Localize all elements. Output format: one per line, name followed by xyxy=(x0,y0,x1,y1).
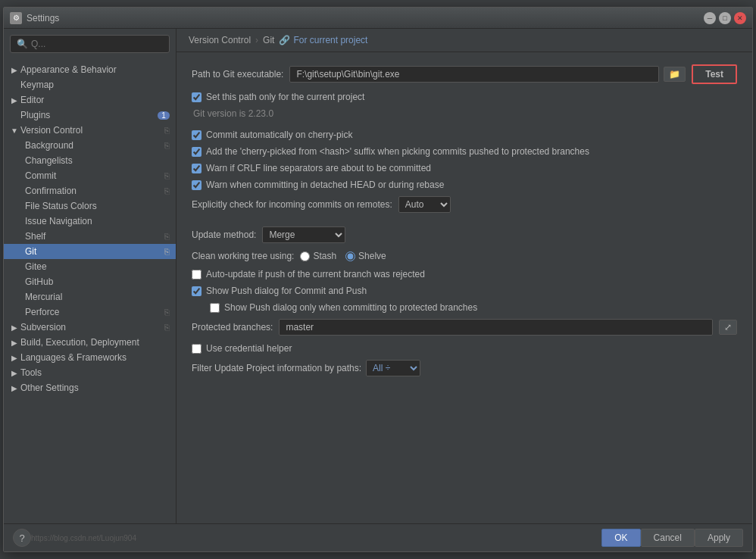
sidebar-item-label: Plugins xyxy=(20,110,50,120)
path-input[interactable] xyxy=(289,66,659,83)
incoming-commits-label: Explicitly check for incoming commits on… xyxy=(192,199,392,210)
protected-branches-input[interactable] xyxy=(279,319,713,336)
sidebar-item-label: Appearance & Behavior xyxy=(20,64,117,75)
path-label: Path to Git executable: xyxy=(192,69,283,80)
arrow-icon: ▶ xyxy=(10,353,19,362)
sidebar-item-mercurial[interactable]: Mercurial xyxy=(4,289,176,304)
search-input[interactable] xyxy=(31,39,163,49)
ok-button[interactable]: OK xyxy=(601,529,640,547)
checkbox-show-push-label: Show Push dialog for Commit and Push xyxy=(206,286,367,296)
sidebar-item-build[interactable]: ▶ Build, Execution, Deployment xyxy=(4,335,176,350)
breadcrumb-git: Git xyxy=(263,35,274,45)
breadcrumb-vc: Version Control xyxy=(189,35,251,45)
sidebar-item-label: Git xyxy=(25,246,36,257)
sidebar-item-keymap[interactable]: Keymap xyxy=(4,77,176,92)
help-button[interactable]: ? xyxy=(13,529,31,547)
test-button[interactable]: Test xyxy=(692,64,737,84)
clean-radio-group: Stash Shelve xyxy=(300,251,386,261)
cancel-button[interactable]: Cancel xyxy=(641,529,695,547)
vcs-icon: ⎘ xyxy=(164,247,170,256)
sidebar-item-languages[interactable]: ▶ Languages & Frameworks xyxy=(4,350,176,365)
checkbox-current-project-row: Set this path only for the current proje… xyxy=(192,92,737,102)
sidebar-item-label: Other Settings xyxy=(20,383,79,393)
checkbox-crlf[interactable] xyxy=(192,164,201,173)
folder-button[interactable]: 📁 xyxy=(664,67,686,82)
sidebar-item-label: Keymap xyxy=(20,80,54,90)
checkbox-cherry-pick-row: Commit automatically on cherry-pick xyxy=(192,130,737,140)
checkbox-credential-row: Use credential helper xyxy=(192,343,737,354)
sidebar-item-background[interactable]: Background ⎘ xyxy=(4,138,176,153)
update-method-select[interactable]: Merge Rebase Branch Default xyxy=(262,226,345,243)
checkbox-detached-row: Warn when committing in detached HEAD or… xyxy=(192,180,737,190)
window-icon: ⚙ xyxy=(10,12,22,24)
sidebar-item-label: Editor xyxy=(20,95,44,105)
checkbox-show-push-protected[interactable] xyxy=(210,303,220,313)
sidebar-item-label: Confirmation xyxy=(25,186,77,196)
filter-select[interactable]: All ÷ Custom xyxy=(366,360,420,376)
checkbox-show-push[interactable] xyxy=(192,286,201,296)
arrow-icon: ▶ xyxy=(10,368,19,377)
vcs-icon: ⎘ xyxy=(164,186,170,195)
maximize-button[interactable]: □ xyxy=(719,12,731,24)
sidebar-item-subversion[interactable]: ▶ Subversion ⎘ xyxy=(4,320,176,335)
expand-button[interactable]: ⤢ xyxy=(719,320,737,335)
protected-branches-row: Protected branches: ⤢ xyxy=(192,319,737,336)
content-area: 🔍 ▶ Appearance & Behavior Keymap ▶ Edito… xyxy=(4,29,752,523)
sidebar-item-label: Issue Navigation xyxy=(25,216,92,226)
search-box[interactable]: 🔍 xyxy=(10,35,170,53)
radio-stash[interactable] xyxy=(300,251,310,261)
git-version: Git version is 2.23.0 xyxy=(192,108,737,119)
checkbox-show-push-protected-label: Show Push dialog only when committing to… xyxy=(224,302,477,313)
sidebar-item-gitee[interactable]: Gitee xyxy=(4,259,176,274)
sidebar-item-file-status-colors[interactable]: File Status Colors xyxy=(4,198,176,214)
sidebar-item-label: Background xyxy=(25,140,73,151)
vcs-icon: ⎘ xyxy=(164,141,170,150)
sidebar-tree: ▶ Appearance & Behavior Keymap ▶ Editor … xyxy=(4,59,176,398)
sidebar-item-shelf[interactable]: Shelf ⎘ xyxy=(4,229,176,244)
sidebar-item-editor[interactable]: ▶ Editor xyxy=(4,92,176,108)
checkbox-detached[interactable] xyxy=(192,180,201,190)
sidebar-item-commit[interactable]: Commit ⎘ xyxy=(4,168,176,183)
sidebar-item-other-settings[interactable]: ▶ Other Settings xyxy=(4,380,176,395)
sidebar-item-confirmation[interactable]: Confirmation ⎘ xyxy=(4,183,176,198)
checkbox-auto-update-label: Auto-update if push of the current branc… xyxy=(206,269,425,280)
sidebar-item-github[interactable]: GitHub xyxy=(4,274,176,289)
checkbox-cherry-pick[interactable] xyxy=(192,130,201,140)
arrow-icon: ▶ xyxy=(10,338,19,347)
update-method-row: Update method: Merge Rebase Branch Defau… xyxy=(192,226,737,243)
radio-shelve[interactable] xyxy=(345,251,355,261)
apply-button[interactable]: Apply xyxy=(695,529,743,547)
sidebar-item-plugins[interactable]: Plugins 1 xyxy=(4,108,176,123)
link-icon: 🔗 xyxy=(279,35,290,45)
checkbox-hash-suffix[interactable] xyxy=(192,147,201,157)
titlebar: ⚙ Settings ─ □ ✕ xyxy=(4,8,752,29)
checkbox-auto-update[interactable] xyxy=(192,270,201,280)
sidebar-item-perforce[interactable]: Perforce ⎘ xyxy=(4,304,176,320)
project-link-label: For current project xyxy=(293,35,367,45)
sidebar-item-git[interactable]: Git ⎘ xyxy=(4,244,176,259)
sidebar-item-appearance[interactable]: ▶ Appearance & Behavior xyxy=(4,62,176,77)
breadcrumb: Version Control › Git 🔗 For current proj… xyxy=(177,29,752,52)
minimize-button[interactable]: ─ xyxy=(704,12,716,24)
protected-branches-label: Protected branches: xyxy=(192,322,273,333)
checkbox-current-project[interactable] xyxy=(192,92,201,102)
checkbox-auto-update-row: Auto-update if push of the current branc… xyxy=(192,269,737,280)
window-controls: ─ □ ✕ xyxy=(704,12,746,24)
close-button[interactable]: ✕ xyxy=(734,12,746,24)
sidebar-item-version-control[interactable]: ▼ Version Control ⎘ xyxy=(4,123,176,138)
clean-working-tree-label: Clean working tree using: xyxy=(192,251,294,261)
checkbox-credential-helper[interactable] xyxy=(192,344,201,354)
spacer xyxy=(10,111,19,120)
arrow-icon: ▶ xyxy=(10,383,19,392)
incoming-commits-select[interactable]: Auto Always Never xyxy=(398,196,451,213)
checkbox-cherry-pick-label: Commit automatically on cherry-pick xyxy=(206,130,352,140)
path-input-row: 📁 xyxy=(289,66,686,83)
arrow-icon: ▶ xyxy=(10,323,19,332)
sidebar-item-changelists[interactable]: Changelists xyxy=(4,153,176,168)
sidebar-item-tools[interactable]: ▶ Tools xyxy=(4,365,176,380)
project-link[interactable]: 🔗 For current project xyxy=(279,35,367,45)
sidebar-item-label: Version Control xyxy=(20,125,83,136)
vcs-icon: ⎘ xyxy=(164,308,170,317)
search-icon: 🔍 xyxy=(17,39,28,49)
sidebar-item-issue-navigation[interactable]: Issue Navigation xyxy=(4,214,176,229)
